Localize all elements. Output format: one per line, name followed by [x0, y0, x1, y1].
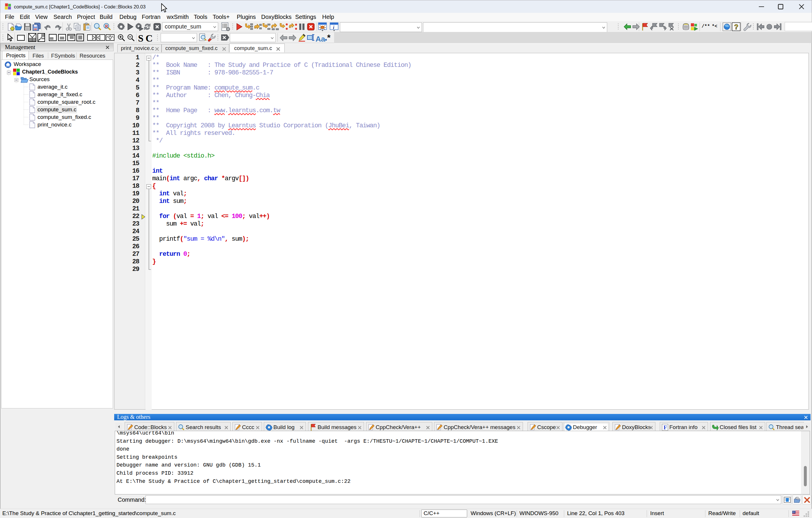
svg-text:R: R — [105, 24, 108, 28]
svg-text:*: * — [327, 33, 330, 42]
svg-text:F: F — [664, 425, 667, 431]
svg-text:i: i — [333, 25, 335, 30]
svg-text:?: ? — [734, 23, 738, 31]
